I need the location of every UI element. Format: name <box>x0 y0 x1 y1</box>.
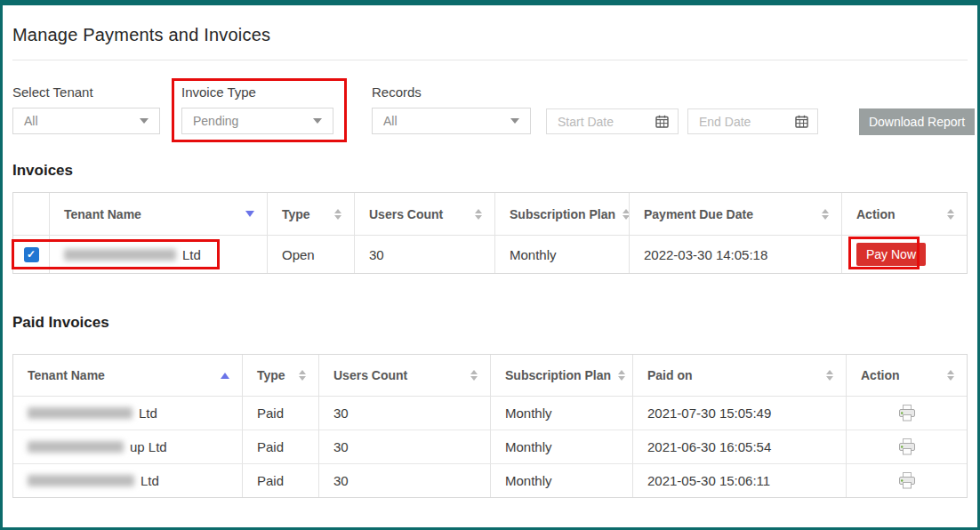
printer-icon[interactable] <box>897 438 917 455</box>
records-dropdown[interactable]: All <box>372 108 531 134</box>
sort-descending-icon <box>245 211 254 217</box>
paid-on-cell: 2021-05-30 15:06:11 <box>633 464 847 497</box>
redacted-tenant-name <box>28 441 124 453</box>
sort-icon <box>623 209 630 220</box>
sort-icon <box>299 370 306 381</box>
start-date-field <box>546 108 679 134</box>
paid-on-column-header[interactable]: Paid on <box>633 355 847 397</box>
redacted-tenant-name <box>28 407 133 419</box>
subscription-plan-column-header[interactable]: Subscription Plan <box>491 355 633 397</box>
subscription-plan-column-header[interactable]: Subscription Plan <box>495 193 630 236</box>
row-select-cell <box>13 236 50 273</box>
sort-icon <box>334 209 341 220</box>
invoices-heading: Invoices <box>12 162 73 180</box>
sort-icon <box>826 370 833 381</box>
paid-invoices-heading: Paid Invoices <box>12 314 109 332</box>
select-tenant-value: All <box>24 114 38 128</box>
chevron-down-icon <box>510 118 519 124</box>
users-count-cell: 30 <box>355 236 495 273</box>
tenant-name-cell: up Ltd <box>13 430 243 464</box>
printer-icon[interactable] <box>897 405 917 422</box>
type-cell: Paid <box>243 430 319 464</box>
start-date-input[interactable] <box>558 115 655 129</box>
users-count-cell: 30 <box>319 430 491 464</box>
sort-icon <box>475 209 482 220</box>
type-column-header[interactable]: Type <box>243 355 319 397</box>
invoices-header-row: Tenant Name Type Users Count Subscriptio… <box>13 193 967 236</box>
calendar-icon[interactable] <box>655 115 669 128</box>
records-label: Records <box>372 84 422 100</box>
chevron-down-icon <box>313 118 322 124</box>
sort-icon <box>618 370 625 381</box>
paid-invoices-table: Tenant Name Type Users Count Subscriptio… <box>12 354 968 498</box>
action-cell <box>847 397 967 430</box>
download-report-button[interactable]: Download Report <box>859 108 975 135</box>
type-cell: Open <box>268 236 355 273</box>
paid-invoice-row: Ltd Paid 30 Monthly 2021-05-30 15:06:11 <box>13 464 967 497</box>
redacted-tenant-name <box>28 475 134 486</box>
invoices-table: Tenant Name Type Users Count Subscriptio… <box>12 192 968 274</box>
sort-icon <box>822 209 829 220</box>
tenant-name-cell: Ltd <box>50 236 268 273</box>
select-tenant-dropdown[interactable]: All <box>12 108 160 134</box>
tenant-name-cell: Ltd <box>13 397 243 430</box>
paid-invoice-row: up Ltd Paid 30 Monthly 2021-06-30 16:05:… <box>13 430 967 464</box>
tenant-name-column-header[interactable]: Tenant Name <box>13 355 243 397</box>
users-count-column-header[interactable]: Users Count <box>319 355 491 397</box>
subscription-plan-cell: Monthly <box>491 464 633 497</box>
sort-icon <box>947 209 954 220</box>
users-count-cell: 30 <box>319 397 491 430</box>
payment-due-date-cell: 2022-03-30 14:05:18 <box>630 236 842 273</box>
end-date-field <box>687 108 818 134</box>
page-title: Manage Payments and Invoices <box>12 25 270 45</box>
sort-icon <box>947 370 954 381</box>
tenant-name-column-header[interactable]: Tenant Name <box>50 193 268 236</box>
action-cell <box>847 430 967 464</box>
action-column-header[interactable]: Action <box>847 355 967 397</box>
paid-invoice-row: Ltd Paid 30 Monthly 2021-07-30 15:05:49 <box>13 397 967 430</box>
paid-invoices-header-row: Tenant Name Type Users Count Subscriptio… <box>13 355 967 397</box>
payment-due-date-column-header[interactable]: Payment Due Date <box>630 193 842 236</box>
invoice-table-row: Ltd Open 30 Monthly 2022-03-30 14:05:18 … <box>13 236 967 273</box>
select-tenant-label: Select Tenant <box>12 84 93 100</box>
subscription-plan-cell: Monthly <box>491 430 633 464</box>
row-checkbox-checked[interactable] <box>24 247 39 262</box>
action-cell <box>847 464 967 497</box>
action-column-header[interactable]: Action <box>842 193 967 236</box>
invoice-type-label: Invoice Type <box>181 84 256 100</box>
type-cell: Paid <box>243 397 319 430</box>
sort-ascending-icon <box>221 373 229 379</box>
subscription-plan-cell: Monthly <box>495 236 630 273</box>
invoice-type-dropdown[interactable]: Pending <box>181 108 333 134</box>
invoice-type-value: Pending <box>193 114 238 128</box>
sort-icon <box>470 370 478 381</box>
action-cell: Pay Now <box>842 236 967 273</box>
pay-now-button[interactable]: Pay Now <box>856 243 926 266</box>
paid-on-cell: 2021-07-30 15:05:49 <box>633 397 847 430</box>
subscription-plan-cell: Monthly <box>491 397 633 430</box>
type-column-header[interactable]: Type <box>268 193 355 236</box>
end-date-input[interactable] <box>699 115 795 129</box>
users-count-column-header[interactable]: Users Count <box>355 193 495 236</box>
title-divider <box>12 60 968 60</box>
paid-on-cell: 2021-06-30 16:05:54 <box>633 430 847 464</box>
chevron-down-icon <box>140 118 149 124</box>
redacted-tenant-name <box>64 249 176 261</box>
type-cell: Paid <box>243 464 319 497</box>
printer-icon[interactable] <box>897 472 917 489</box>
calendar-icon[interactable] <box>795 115 808 128</box>
select-column-header <box>13 193 50 236</box>
manage-payments-window: Manage Payments and Invoices Select Tena… <box>0 0 980 530</box>
records-value: All <box>383 114 398 128</box>
users-count-cell: 30 <box>319 464 491 497</box>
tenant-name-cell: Ltd <box>13 464 243 497</box>
